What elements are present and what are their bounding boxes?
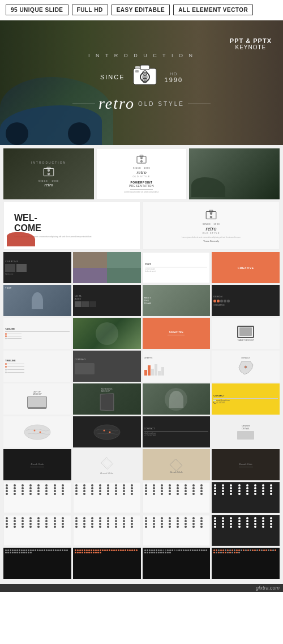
- svg-rect-4: [140, 65, 149, 70]
- thumb-design-dark: Design CREATIVE: [212, 285, 280, 316]
- icon-sheet-light4: [3, 515, 71, 546]
- slide-retro-product: SINCE 1990 retro OLD STYLE Lorem ipsum d…: [143, 202, 280, 250]
- svg-point-15: [48, 173, 49, 174]
- hero-year-area: HD 1990: [165, 71, 183, 83]
- svg-point-33: [94, 425, 120, 440]
- thumb-orange-creative: CREATIVE: [212, 252, 280, 283]
- svg-point-32: [39, 431, 41, 433]
- thumb-tagline: TAGLINE: [3, 318, 71, 349]
- badge-bar: 95 UNIQUE SLIDE FULL HD EASY EDITABLE AL…: [0, 0, 283, 20]
- icon-sheet-light5: [73, 515, 141, 546]
- thumb-dark-images: NO IM-AGES: [73, 285, 141, 316]
- thumb-nature: [73, 318, 141, 349]
- break-slide-dark1: Break Slide: [3, 449, 71, 480]
- svg-point-19: [141, 157, 142, 159]
- svg-point-30: [24, 425, 50, 440]
- slide-preview-white-logo: SINCE 1990 retro OLD STYLE POWERPOINT PR…: [96, 148, 187, 199]
- svg-rect-10: [135, 66, 140, 69]
- pattern-sheet-2: [73, 548, 141, 579]
- svg-point-34: [103, 429, 105, 431]
- pattern-sheet-4: [212, 548, 280, 579]
- camera-icon: [131, 62, 159, 92]
- thumb-grid-row2: Text NO IM-AGES MEETTHETEAM Design: [3, 285, 280, 316]
- gfxtra-watermark: gfxtra.com: [0, 584, 283, 592]
- icon-sheet-light1: [3, 482, 71, 513]
- welcome-slides-row: WEL-COME Lorem ipsum dolor sit amet cons…: [3, 202, 280, 250]
- thumb-laptop: LAPTOPMOCKUP: [3, 383, 71, 415]
- thumb-grid-row3: TAGLINE CREATIVE: [3, 318, 280, 349]
- unique-slide-badge: 95 UNIQUE SLIDE: [6, 5, 68, 15]
- thumb-creative-orange: CREATIVE: [143, 318, 211, 349]
- hero-section: PPT & PPTX KEYNOTE I N T R O D U C T I O…: [0, 20, 283, 145]
- svg-point-21: [141, 161, 142, 162]
- slide-preview-intro: INTRODUCTION SINCE 1990 retro: [3, 148, 94, 199]
- svg-rect-37: [102, 459, 112, 468]
- thumb-photo-collage: [73, 252, 141, 283]
- thumb-creative-dark: CREATIVE Welcome: [3, 252, 71, 283]
- hero-logo-area: SINCE H: [72, 62, 211, 92]
- slide-welcome: WEL-COME Lorem ipsum dolor sit amet cons…: [3, 202, 140, 250]
- svg-point-31: [33, 429, 35, 431]
- thumb-chart: GRAPHS: [143, 351, 211, 382]
- icon-sheet-light2: [73, 482, 141, 513]
- hero-ppt-label: PPT & PPTX KEYNOTE: [230, 37, 272, 50]
- svg-rect-38: [170, 459, 182, 471]
- slide-preview-car-dark: [189, 148, 280, 199]
- icon-sheets-row2: [3, 515, 280, 546]
- svg-point-7: [144, 72, 146, 74]
- thumb-contact: CONTACT 📧 email@email.com📞 +1 234 567: [212, 383, 280, 415]
- svg-point-35: [109, 431, 110, 433]
- pattern-sheet-1: [3, 548, 71, 579]
- thumb-text-slide: Text Lorem ipsumdolor sit amet: [143, 252, 211, 283]
- break-slide-dark2: Break Slide: [212, 449, 280, 480]
- svg-point-29: [245, 366, 247, 368]
- hero-since: SINCE: [100, 74, 125, 80]
- break-slides-row: Break Slide Break Slide Break Slide Brea…: [3, 449, 280, 480]
- icon-sheets-row1: [3, 482, 280, 513]
- thumb-tablet: TABLET MOCKUP: [212, 318, 280, 349]
- pattern-sheets-row: [3, 548, 280, 579]
- full-hd-badge: FULL HD: [72, 5, 108, 15]
- thumb-under-review: ORDERDETAIL: [212, 416, 280, 447]
- thumb-meet-team: MEETTHETEAM: [143, 285, 211, 316]
- icon-sheet-light6: [143, 515, 211, 546]
- svg-point-13: [48, 170, 49, 171]
- hero-intro: I N T R O D U C T I O N: [72, 53, 211, 58]
- thumb-people-dark: [143, 383, 211, 415]
- thumb-grid-row6: CONTACT info@email.com+1 234 567 890 ORD…: [3, 416, 280, 447]
- thumb-world-map-dark: [73, 416, 141, 447]
- thumb-contact-dark: CONTACT info@email.com+1 234 567 890: [143, 416, 211, 447]
- hero-old-style: OLD STYLE: [138, 101, 185, 107]
- thumb-map: DEFAULT: [212, 351, 280, 382]
- thumb-grid-row5: LAPTOPMOCKUP NOTEBOOKMOCKUP CONTACT 📧 em…: [3, 383, 280, 415]
- all-element-badge: ALL ELEMENT VECTOR: [173, 5, 253, 15]
- icon-sheet-light3: [143, 482, 211, 513]
- thumb-world-map-light: [3, 416, 71, 447]
- svg-rect-5: [135, 70, 139, 72]
- thumb-timeline: TIMELINE: [3, 351, 71, 382]
- icon-sheet-dark2: [212, 515, 280, 546]
- hero-retro-text: retro: [98, 95, 135, 113]
- thumb-company: COMPANY: [73, 351, 141, 382]
- thumb-grid-row4: TIMELINE: [3, 351, 280, 382]
- svg-point-25: [211, 213, 212, 214]
- break-slide-light: Break Slide: [73, 449, 141, 480]
- hero-content: I N T R O D U C T I O N SINCE: [72, 53, 211, 113]
- pattern-sheet-3: [143, 548, 211, 579]
- icon-sheet-dark1: [212, 482, 280, 513]
- easy-editable-badge: EASY EDITABLE: [112, 5, 170, 15]
- thumb-people-photo: Text: [3, 285, 71, 316]
- thumb-grid-row1: CREATIVE Welcome Text Lorem ipsumdolor s…: [3, 252, 280, 283]
- svg-point-9: [144, 79, 146, 82]
- svg-point-27: [211, 216, 212, 217]
- thumb-notebook: NOTEBOOKMOCKUP: [73, 383, 141, 415]
- preview-grid: INTRODUCTION SINCE 1990 retro: [0, 145, 283, 584]
- break-slide-retro: Break Slide: [143, 449, 211, 480]
